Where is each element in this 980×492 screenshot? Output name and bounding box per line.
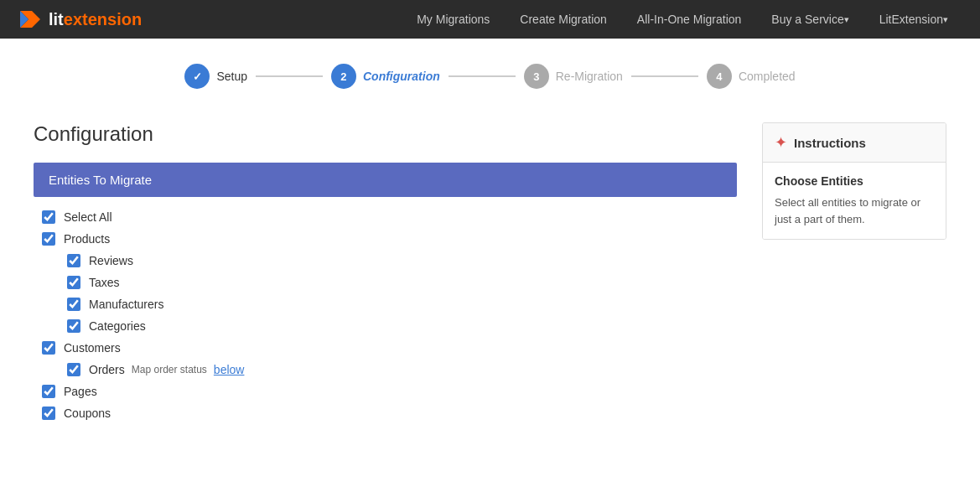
step-line-2 (449, 75, 516, 77)
label-reviews[interactable]: Reviews (89, 254, 133, 267)
checkbox-coupons[interactable] (42, 407, 55, 420)
checkbox-categories-item: Categories (67, 319, 737, 333)
navbar: litextension My Migrations Create Migrat… (0, 0, 980, 39)
map-order-link[interactable]: below (214, 363, 245, 376)
step-remigration: 3 Re-Migration (524, 64, 623, 89)
map-order-text: Map order status (132, 364, 207, 375)
checkbox-categories[interactable] (67, 319, 80, 333)
checkbox-manufacturers-item: Manufacturers (67, 298, 737, 311)
checkbox-manufacturers[interactable] (67, 298, 80, 311)
brand-name: litextension (49, 10, 142, 29)
checkbox-products[interactable] (42, 232, 55, 246)
label-manufacturers[interactable]: Manufacturers (89, 298, 163, 311)
step-configuration: 2 Configuration (331, 64, 440, 89)
step-remigration-circle: 3 (524, 64, 549, 89)
sub-customers-list: Orders Map order status below (42, 363, 737, 376)
label-orders[interactable]: Orders (89, 363, 125, 376)
checkbox-select-all-item: Select All (42, 210, 737, 224)
entities-header: Entities To Migrate (34, 163, 737, 197)
step-completed: 4 Completed (707, 64, 796, 89)
label-coupons[interactable]: Coupons (64, 407, 111, 420)
right-panel: ✦ Instructions Choose Entities Select al… (762, 122, 946, 428)
checkbox-taxes[interactable] (67, 276, 80, 289)
checkbox-reviews[interactable] (67, 254, 80, 267)
step-line-1 (256, 75, 323, 77)
sub-products-list: Reviews Taxes Manufacturers Categories (42, 254, 737, 333)
label-select-all[interactable]: Select All (64, 210, 112, 224)
checkbox-customers-item: Customers (42, 341, 737, 355)
nav-my-migrations[interactable]: My Migrations (402, 0, 505, 39)
checkbox-select-all[interactable] (42, 210, 55, 224)
label-categories[interactable]: Categories (89, 319, 146, 333)
label-pages[interactable]: Pages (64, 385, 97, 398)
step-remigration-label: Re-Migration (556, 70, 623, 83)
checkbox-customers[interactable] (42, 341, 55, 355)
checkbox-pages[interactable] (42, 385, 55, 398)
page-title: Configuration (34, 122, 737, 146)
checkbox-orders[interactable] (67, 363, 80, 376)
checkbox-coupons-item: Coupons (42, 407, 737, 420)
instructions-title: Instructions (794, 136, 866, 150)
instructions-box: ✦ Instructions Choose Entities Select al… (762, 122, 946, 240)
step-configuration-label: Configuration (363, 70, 440, 83)
progress-steps: Setup 2 Configuration 3 Re-Migration 4 C… (0, 39, 980, 106)
checkbox-taxes-item: Taxes (67, 276, 737, 289)
instructions-subtitle: Choose Entities (775, 174, 934, 188)
brand-logo-area: litextension (17, 6, 142, 33)
step-setup-circle (184, 64, 210, 89)
checkbox-reviews-item: Reviews (67, 254, 737, 267)
step-completed-label: Completed (739, 70, 796, 83)
instructions-text: Select all entities to migrate or just a… (775, 194, 934, 227)
step-setup: Setup (184, 64, 247, 89)
brand-logo-icon (17, 6, 44, 33)
checkbox-orders-item: Orders Map order status below (67, 363, 737, 376)
label-customers[interactable]: Customers (64, 341, 121, 355)
nav-buy-service[interactable]: Buy a Service (756, 0, 863, 39)
step-setup-label: Setup (216, 70, 247, 83)
orders-row: Orders Map order status below (89, 363, 244, 376)
step-configuration-circle: 2 (331, 64, 356, 89)
nav-litextension[interactable]: LitExtension (864, 0, 963, 39)
label-products[interactable]: Products (64, 232, 110, 246)
left-panel: Configuration Entities To Migrate Select… (34, 122, 737, 428)
label-taxes[interactable]: Taxes (89, 276, 120, 289)
checkbox-pages-item: Pages (42, 385, 737, 398)
nav-all-in-one[interactable]: All-In-One Migration (622, 0, 757, 39)
instructions-icon: ✦ (775, 133, 787, 152)
nav-links: My Migrations Create Migration All-In-On… (402, 0, 963, 39)
instructions-header: ✦ Instructions (763, 123, 946, 163)
entities-list: Select All Products Reviews Taxes (34, 210, 737, 420)
main-content: Configuration Entities To Migrate Select… (0, 106, 980, 445)
step-line-3 (631, 75, 698, 77)
step-completed-circle: 4 (707, 64, 732, 89)
checkbox-products-item: Products (42, 232, 737, 246)
nav-create-migration[interactable]: Create Migration (505, 0, 622, 39)
instructions-body: Choose Entities Select all entities to m… (763, 163, 946, 239)
